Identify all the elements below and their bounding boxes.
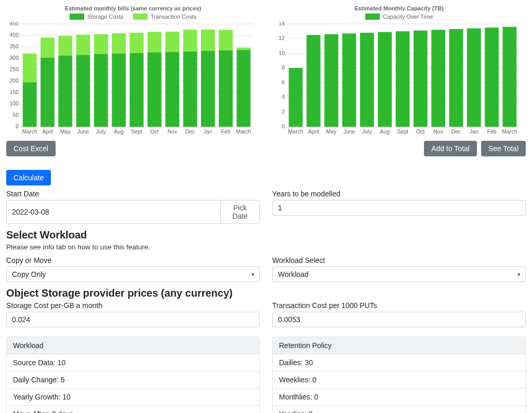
chart-capacity-title: Estimated Monthly Capacity (TB)	[272, 5, 526, 11]
years-label: Years to be modelled	[272, 190, 526, 198]
svg-text:0: 0	[282, 123, 285, 129]
chart-bills: 050100150200250300350400450MarchAprilMay…	[6, 22, 256, 136]
svg-text:Sept: Sept	[397, 128, 408, 135]
chart-capacity-panel: Estimated Monthly Capacity (TB) Capacity…	[272, 4, 526, 138]
list-item: Move After: 0 days	[7, 405, 259, 413]
svg-text:Jan: Jan	[204, 128, 212, 135]
chart-bar	[112, 33, 126, 54]
chart-bar	[307, 35, 321, 127]
list-item: Yearly Growth: 10	[7, 388, 259, 405]
legend-swatch	[133, 14, 148, 20]
svg-text:450: 450	[9, 22, 19, 26]
svg-text:6: 6	[282, 79, 285, 85]
legend-label: Storage Costs	[87, 14, 124, 20]
legend-item[interactable]: Capacity Over Time	[365, 14, 433, 20]
svg-text:400: 400	[9, 32, 19, 38]
chart-bar	[94, 34, 108, 54]
chart-bar	[219, 50, 233, 127]
start-date-input[interactable]	[6, 200, 221, 224]
legend-item[interactable]: Transaction Costs	[133, 14, 196, 20]
svg-text:300: 300	[9, 55, 19, 61]
workload-select-label: Workload Select	[272, 256, 526, 264]
legend-item[interactable]: Storage Costs	[70, 14, 124, 20]
chart-bar	[289, 68, 303, 127]
list-item: Yearlies: 0	[273, 405, 525, 413]
svg-text:10: 10	[278, 50, 285, 56]
svg-text:March: March	[22, 128, 37, 135]
list-header: Retention Policy	[273, 337, 525, 354]
chart-bar	[183, 51, 197, 127]
svg-text:March: March	[502, 128, 517, 135]
list-item: Dailies: 30	[273, 354, 525, 371]
list-item: Source Data: 10	[7, 354, 259, 371]
retention-summary-list: Retention PolicyDailies: 30Weeklies: 0Mo…	[272, 337, 526, 413]
svg-text:Sept: Sept	[131, 128, 142, 135]
svg-text:May: May	[326, 128, 337, 135]
years-input[interactable]	[272, 200, 526, 216]
chart-bills-panel: Estimated monthly bills (same currency a…	[6, 4, 260, 138]
chart-bills-title: Estimated monthly bills (same currency a…	[6, 5, 260, 11]
chart-bar	[148, 32, 162, 52]
svg-text:April: April	[42, 128, 53, 135]
chart-bar	[360, 33, 374, 127]
svg-text:200: 200	[9, 77, 19, 84]
chart-bar	[201, 51, 215, 127]
chart-bar	[342, 33, 356, 127]
chart-bar	[94, 54, 108, 127]
svg-text:12: 12	[278, 35, 285, 41]
chart-capacity-legend: Capacity Over Time	[272, 14, 526, 20]
svg-text:July: July	[96, 128, 106, 135]
svg-text:March: March	[288, 128, 303, 135]
chart-bar	[219, 30, 233, 50]
select-workload-hint: Please see info tab on how to use this f…	[6, 243, 526, 251]
charts-row: Estimated monthly bills (same currency a…	[6, 4, 526, 138]
chart-bar	[502, 27, 516, 127]
chart-bar	[414, 31, 428, 127]
svg-text:150: 150	[9, 89, 19, 95]
svg-text:Oct: Oct	[416, 128, 424, 135]
txn-cost-input[interactable]	[272, 312, 526, 327]
workload-select[interactable]	[272, 267, 526, 282]
svg-text:Aug: Aug	[380, 128, 390, 135]
copy-move-select[interactable]	[6, 267, 260, 282]
chart-bar	[58, 36, 72, 55]
calculate-button[interactable]: Calculate	[6, 170, 51, 185]
svg-text:May: May	[60, 128, 71, 135]
chart-bar	[58, 56, 72, 127]
svg-text:July: July	[362, 128, 372, 135]
pick-date-button[interactable]: Pick Date	[221, 200, 260, 224]
list-item: Daily Change: 5	[7, 371, 259, 388]
svg-text:Jan: Jan	[470, 128, 478, 135]
svg-text:100: 100	[9, 100, 19, 106]
legend-swatch	[365, 14, 380, 20]
chart-bar	[76, 35, 90, 55]
svg-text:2: 2	[282, 109, 285, 115]
list-item: Weeklies: 0	[273, 371, 525, 388]
workload-summary-list: WorkloadSource Data: 10Daily Change: 5Ye…	[6, 337, 260, 413]
svg-text:Aug: Aug	[114, 128, 124, 135]
chart-bar	[112, 54, 126, 127]
svg-text:250: 250	[9, 66, 19, 72]
storage-cost-label: Storage Cost per-GB a month	[6, 301, 260, 310]
chart-capacity: 02468101214MarchAprilMayJuneJulyAugSeptO…	[272, 22, 522, 136]
storage-cost-input[interactable]	[6, 312, 260, 327]
chart-bar	[467, 28, 481, 127]
chart-bar	[41, 58, 55, 127]
legend-swatch	[70, 14, 84, 20]
svg-text:March: March	[236, 128, 251, 135]
add-to-total-button[interactable]: Add to Total	[424, 141, 477, 156]
chart-bar	[130, 33, 144, 53]
svg-text:350: 350	[9, 43, 19, 49]
svg-text:Feb: Feb	[221, 128, 230, 135]
see-total-button[interactable]: See Total	[481, 141, 526, 156]
chart-bar	[41, 37, 55, 58]
chart-bar	[148, 52, 162, 127]
legend-label: Capacity Over Time	[383, 14, 433, 20]
chart-bar	[449, 29, 463, 127]
list-item: Monthlies: 0	[273, 388, 525, 405]
chart-bar	[165, 52, 179, 127]
cost-excel-button[interactable]: Cost Excel	[6, 141, 56, 156]
start-date-label: Start Date	[6, 190, 260, 198]
chart-bar	[396, 31, 410, 127]
chart-bar	[431, 30, 445, 127]
